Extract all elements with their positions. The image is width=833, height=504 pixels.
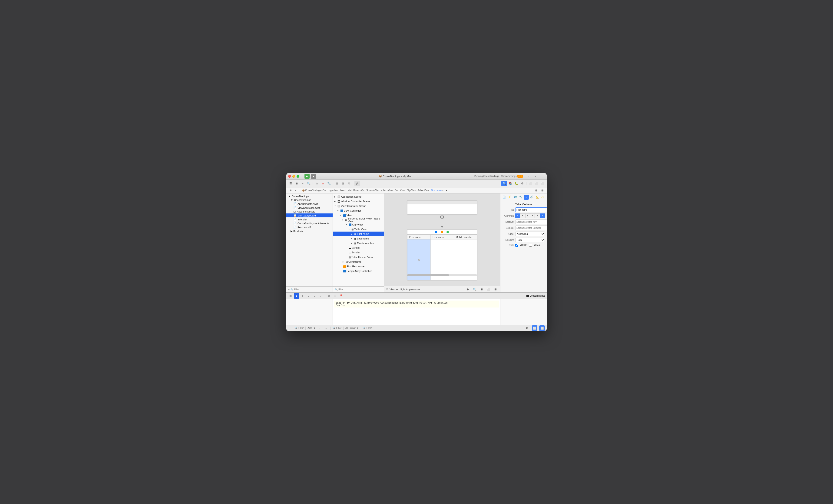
breadcrumb-item-9[interactable]: Table View: [418, 189, 429, 192]
debug-simulate-btn[interactable]: ⊡: [332, 293, 338, 299]
library-btn[interactable]: 📚: [507, 181, 513, 186]
bf-add-btn[interactable]: +: [288, 325, 294, 331]
inspector-connections-btn[interactable]: →: [524, 195, 529, 200]
file-item-entitlements[interactable]: 📄 CocoaBindings.entitlements: [286, 221, 333, 225]
struct-first-name[interactable]: ▶ ▦ First name: [333, 231, 384, 236]
file-item-plist[interactable]: 📄 Info.plist: [286, 218, 333, 221]
struct-view-controller[interactable]: ▼ 🟦 View Controller: [333, 208, 384, 213]
breadcrumb-item-3[interactable]: Mai...Base): [348, 189, 360, 192]
canvas-more[interactable]: ⊟: [493, 286, 498, 292]
nav-back-button[interactable]: ‹: [526, 174, 532, 179]
align-justify-btn[interactable]: ≡: [530, 213, 535, 218]
minimize-button[interactable]: [292, 175, 295, 178]
scope-btn[interactable]: ⊞: [294, 181, 300, 186]
align-center-btn[interactable]: ≡: [520, 213, 525, 218]
inspector-bindings-btn[interactable]: 🔗: [529, 195, 534, 200]
file-item-1[interactable]: ▼ CocoaBindings: [286, 198, 333, 202]
debug-step-out-btn[interactable]: ⤴: [318, 293, 324, 299]
struct-first-responder[interactable]: 🟧 First Responder: [333, 264, 384, 269]
file-item-3[interactable]: 📄 ViewController.swift: [286, 206, 333, 210]
fullscreen-button[interactable]: [296, 175, 300, 178]
file-item-2[interactable]: 📄 AppDelegate.swift: [286, 202, 333, 206]
struct-scroller1[interactable]: ▬ Scroller: [333, 246, 384, 250]
inspector-title-input[interactable]: [515, 207, 547, 212]
nav-forward-button[interactable]: ›: [533, 174, 538, 179]
struct-view[interactable]: ▼ 🟦 View: [333, 213, 384, 218]
close-button[interactable]: [288, 175, 291, 178]
struct-last-name[interactable]: ▶ ▦ Last name: [333, 236, 384, 241]
file-add-icon[interactable]: +: [288, 288, 290, 291]
canvas-zoom-in[interactable]: 🔍: [472, 286, 477, 292]
run-button[interactable]: ▶: [305, 174, 310, 179]
struct-constraints[interactable]: ▶ ⊞ Constraints: [333, 259, 384, 264]
fix-btn[interactable]: 🔧: [326, 181, 332, 186]
file-item-products[interactable]: ▶ Products: [286, 229, 333, 233]
canvas-zoom-fit[interactable]: ⊕: [465, 286, 471, 292]
editable-checkbox[interactable]: [515, 244, 518, 247]
breadcrumb-item-10[interactable]: First name: [431, 189, 442, 192]
breadcrumb-back[interactable]: ‹: [294, 188, 298, 192]
struct-table-view[interactable]: ▼ ▦ Table View: [333, 227, 384, 231]
debug-location-btn[interactable]: 📍: [338, 293, 344, 299]
breadcrumb-item-2[interactable]: Mai...board: [334, 189, 346, 192]
warning-btn[interactable]: ⚠: [314, 181, 319, 186]
debug-run-btn[interactable]: ▶: [294, 293, 300, 299]
align-right-btn[interactable]: ≡: [525, 213, 530, 218]
file-item-0[interactable]: ▼ CocoaBindings: [286, 194, 333, 198]
list-view-btn[interactable]: ⊞: [334, 181, 340, 186]
hierarchy-btn[interactable]: ≡: [300, 181, 305, 186]
stop-button[interactable]: ■: [311, 174, 316, 179]
debug-step-in-btn[interactable]: ⤵: [312, 293, 317, 299]
canvas-grid[interactable]: ⊞: [479, 286, 484, 292]
bf-view-btn-2[interactable]: ○: [323, 325, 329, 331]
inspector-effects-btn[interactable]: ✨: [540, 195, 545, 200]
breadcrumb-item-5[interactable]: Vie...troller: [375, 189, 386, 192]
breadcrumb-layout-1[interactable]: ⊟: [533, 188, 539, 193]
file-item-storyboard[interactable]: 📋 Main.storyboard: [286, 213, 333, 218]
struct-bordered-scroll[interactable]: ▼ ▦ Bordered Scroll View - Table View: [333, 218, 384, 222]
struct-vc-scene[interactable]: ▼ 🔲 View Controller Scene: [333, 204, 384, 208]
error-btn[interactable]: 🔺: [320, 181, 326, 186]
file-item-person[interactable]: 📄 Person.swift: [286, 225, 333, 229]
canvas-scrollbar[interactable]: [407, 274, 477, 276]
search-btn[interactable]: 🔍: [306, 181, 311, 186]
align-active-btn[interactable]: ≡: [540, 213, 545, 218]
struct-table-header[interactable]: ▦ Table Header View: [333, 255, 384, 259]
align-natural-btn[interactable]: ≡: [535, 213, 540, 218]
breadcrumb-menu[interactable]: ▼: [445, 188, 448, 192]
struct-clip-view[interactable]: ▼ 🟦 Clip View: [333, 222, 384, 227]
struct-mobile[interactable]: ▶ ▦ Mobile number: [333, 241, 384, 246]
breadcrumb-item-0[interactable]: CocoaBindings: [305, 189, 321, 192]
compare-btn[interactable]: ⧉: [346, 181, 352, 186]
inspector-btn[interactable]: 🔍: [501, 181, 507, 186]
inspector-id-btn[interactable]: 🪪: [513, 195, 518, 200]
breadcrumb-layout-2[interactable]: ⊟: [540, 188, 545, 193]
debug-breakpoints-btn[interactable]: ◈: [326, 293, 332, 299]
breadcrumb-item-7[interactable]: Bor...View: [395, 189, 405, 192]
debug-step-over-btn[interactable]: ⤵: [306, 293, 311, 299]
sidebar-toggle[interactable]: ☰: [288, 181, 293, 186]
bf-view-btn-1[interactable]: ○: [316, 325, 322, 331]
debug-clear-btn[interactable]: ⊞: [288, 293, 293, 299]
version-btn[interactable]: ⚙: [520, 181, 525, 186]
debug-btn[interactable]: 🐛: [514, 181, 519, 186]
breadcrumb-item-6[interactable]: View: [388, 189, 393, 192]
breadcrumb-item-4[interactable]: Vie...Scene): [361, 189, 374, 192]
inspector-resizing-select[interactable]: Both User Autoresize None: [515, 237, 545, 242]
canvas-content[interactable]: ⚙ ▼ First name L: [384, 194, 500, 286]
inspector-selector-input[interactable]: [515, 226, 547, 230]
breadcrumb-item-8[interactable]: Clip View: [407, 189, 416, 192]
split-btn-3[interactable]: ⬜: [540, 181, 545, 186]
split-btn-2[interactable]: ⬜: [533, 181, 539, 186]
outline-view-btn[interactable]: ⊟: [340, 181, 346, 186]
struct-scroller2[interactable]: ▬ Scroller: [333, 250, 384, 255]
struct-people-array[interactable]: 🟦 PeopleArrayController: [333, 269, 384, 273]
add-button[interactable]: +: [539, 174, 545, 179]
canvas-layout[interactable]: ⬜: [486, 286, 491, 292]
inspector-sortkey-input[interactable]: [515, 220, 547, 224]
bf-trash-btn[interactable]: 🗑: [524, 325, 530, 331]
breadcrumb-forward[interactable]: ›: [298, 188, 302, 192]
debug-pause-btn[interactable]: ⏸: [300, 293, 305, 299]
bf-split-btn-1[interactable]: ⬜: [532, 325, 538, 331]
bf-split-btn-2[interactable]: ⬜: [539, 325, 545, 331]
